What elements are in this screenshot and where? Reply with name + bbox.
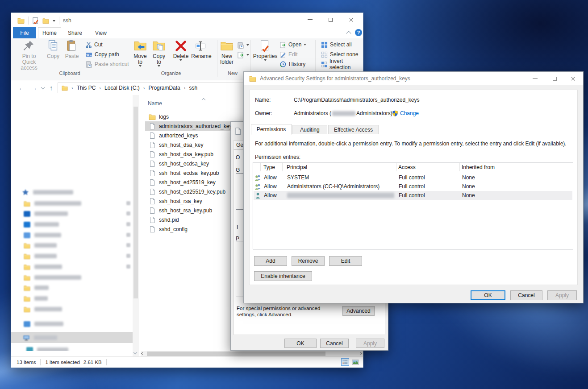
downloads-icon <box>24 232 30 238</box>
dialog-close-button[interactable] <box>564 72 581 85</box>
select-all-button[interactable]: Select all <box>321 41 352 49</box>
nav-item[interactable] <box>24 210 68 218</box>
permission-row-selected[interactable]: Allow Full control None <box>254 191 572 200</box>
nav-item[interactable] <box>24 231 61 239</box>
cancel-button[interactable]: Cancel <box>510 290 542 300</box>
dialog-minimize-button[interactable] <box>526 72 544 85</box>
open-button[interactable]: Open <box>279 41 306 49</box>
delete-button[interactable]: Delete <box>170 39 192 61</box>
scroll-right-icon[interactable] <box>359 352 362 355</box>
maximize-button[interactable] <box>320 13 341 26</box>
table-header-access[interactable]: Access <box>398 162 416 172</box>
nav-scrollbar[interactable] <box>133 95 139 356</box>
nav-item-this-pc[interactable] <box>23 334 57 342</box>
edit-button[interactable]: Edit <box>329 256 362 266</box>
copy-button[interactable]: Copy <box>43 39 63 59</box>
remove-button[interactable]: Remove <box>292 256 325 266</box>
dialog-maximize-button[interactable] <box>546 72 563 85</box>
ok-button[interactable]: OK <box>471 290 505 300</box>
forward-button[interactable]: → <box>31 84 38 92</box>
crumb-programdata[interactable]: ProgramData <box>148 85 180 91</box>
rename-button[interactable]: Rename <box>190 39 213 59</box>
file-icon <box>149 170 156 177</box>
nav-item[interactable] <box>24 199 81 207</box>
edit-button[interactable]: Edit <box>279 50 298 58</box>
advanced-button[interactable]: Advanced <box>342 306 375 316</box>
qat-properties-icon[interactable] <box>32 17 39 24</box>
nav-item[interactable] <box>24 305 62 313</box>
nav-child-item[interactable] <box>26 346 68 351</box>
table-header-inherited-from[interactable]: Inherited from <box>462 162 495 172</box>
cut-button[interactable]: Cut <box>85 41 103 49</box>
tab-home[interactable]: Home <box>38 27 61 38</box>
back-button[interactable]: ← <box>18 84 25 92</box>
scroll-left-icon[interactable] <box>141 352 144 355</box>
sort-ascending-icon[interactable] <box>202 98 205 102</box>
nav-item[interactable] <box>24 320 63 328</box>
copy-path-button[interactable]: Copy path <box>85 50 119 58</box>
copy-to-button[interactable]: Copy to <box>150 39 168 67</box>
table-header-principal[interactable]: Principal <box>287 162 307 172</box>
crumb-separator: › <box>142 85 146 91</box>
cancel-button[interactable]: Cancel <box>320 339 349 348</box>
redacted-label <box>34 265 62 269</box>
folder-icon <box>249 75 256 82</box>
qat-dropdown-icon[interactable] <box>53 20 55 22</box>
properties-button[interactable]: Properties <box>252 39 278 61</box>
table-header-type[interactable]: Type <box>263 162 275 172</box>
thumbnails-view-button[interactable] <box>351 358 359 366</box>
nav-scroll-down-icon[interactable] <box>133 351 137 354</box>
tab-share[interactable]: Share <box>63 27 87 38</box>
tab-auditing[interactable]: Auditing <box>292 125 327 134</box>
collapse-ribbon-icon[interactable] <box>346 31 351 36</box>
invert-selection-button[interactable]: Invert selection <box>321 60 363 68</box>
crumb-this-pc[interactable]: This PC <box>77 85 96 91</box>
nav-item[interactable] <box>24 284 49 292</box>
help-icon[interactable]: ? <box>355 29 362 36</box>
nav-item[interactable] <box>24 220 59 228</box>
tab-file[interactable]: File <box>13 27 36 38</box>
column-header-name[interactable]: Name <box>148 100 162 107</box>
history-button[interactable]: History <box>279 60 305 68</box>
explorer-titlebar[interactable]: ssh <box>11 13 363 27</box>
paste-button[interactable]: Paste <box>62 39 82 59</box>
crumb-ssh[interactable]: ssh <box>189 85 197 91</box>
easy-access-button[interactable] <box>237 51 249 59</box>
up-button[interactable]: ↑ <box>50 84 53 92</box>
permission-entries-label: Permission entries: <box>255 154 300 160</box>
crumb-local-disk[interactable]: Local Disk (C:) <box>104 85 140 91</box>
tab-permissions[interactable]: Permissions <box>251 124 292 135</box>
move-to-button[interactable]: Move to <box>131 39 150 67</box>
horizontal-scrollbar[interactable] <box>141 351 363 356</box>
nav-item-quick-access[interactable] <box>22 188 73 196</box>
details-view-button[interactable] <box>341 358 349 366</box>
ok-button[interactable]: OK <box>284 339 317 348</box>
nav-scrollbar-thumb[interactable] <box>133 107 138 298</box>
paste-shortcut-button[interactable]: Paste shortcut <box>85 60 129 68</box>
permission-row[interactable]: Allow SYSTEM Full control None <box>254 173 572 182</box>
permission-row[interactable]: Allow Administrators (CC-HQ\Administrato… <box>254 182 572 191</box>
tab-view[interactable]: View <box>89 27 113 38</box>
tab-effective-access[interactable]: Effective Access <box>328 125 379 134</box>
new-item-button[interactable] <box>237 41 249 49</box>
change-link[interactable]: Change <box>400 110 419 116</box>
enable-inheritance-button[interactable]: Enable inheritance <box>254 271 312 281</box>
close-button[interactable] <box>341 13 361 26</box>
nav-item[interactable] <box>24 252 57 260</box>
qat-new-folder-icon[interactable] <box>42 17 49 24</box>
apply-button[interactable]: Apply <box>547 290 577 300</box>
horizontal-scrollbar-thumb[interactable] <box>147 352 325 356</box>
nav-item[interactable] <box>24 241 57 249</box>
advanced-security-dialog: Advanced Security Settings for administr… <box>243 71 584 303</box>
new-folder-button[interactable]: New folder <box>217 39 237 65</box>
pin-to-quick-access-button[interactable]: Pin to Quick access <box>15 39 43 71</box>
nav-item[interactable] <box>24 263 62 271</box>
nav-item[interactable] <box>24 273 81 281</box>
recent-locations-icon[interactable] <box>41 86 45 89</box>
select-none-button[interactable]: Select none <box>321 50 358 58</box>
add-button[interactable]: Add <box>254 256 287 266</box>
permissions-table[interactable]: Type Principal Access Inherited from All… <box>253 162 573 249</box>
nav-item[interactable] <box>24 294 48 302</box>
minimize-button[interactable] <box>300 13 320 26</box>
apply-button[interactable]: Apply <box>356 339 384 348</box>
